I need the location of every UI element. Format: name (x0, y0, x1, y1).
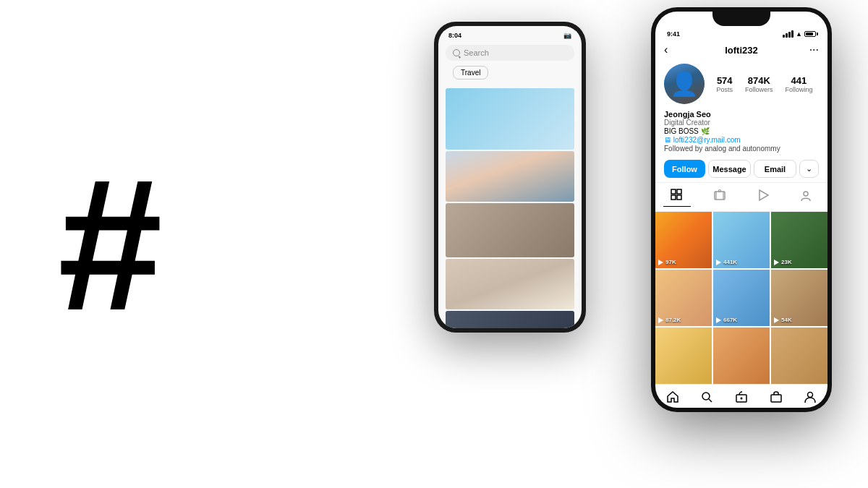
posts-count: 574 (716, 75, 733, 86)
tab-grid[interactable] (663, 187, 691, 207)
grid-overlay-2: 441K (716, 259, 737, 265)
nav-shop[interactable] (735, 390, 748, 406)
back-search-bar[interactable]: Search (446, 45, 574, 61)
followers-stat[interactable]: 874K Followers (745, 75, 773, 93)
tab-tagged[interactable] (792, 187, 820, 207)
nav-search[interactable] (700, 390, 713, 406)
more-button[interactable]: ⌄ (799, 160, 819, 178)
wifi-icon: ▲ (796, 30, 802, 38)
tagged-icon (799, 189, 812, 202)
tab-videos[interactable] (749, 187, 777, 207)
views-3: 23K (781, 259, 792, 265)
nav-home[interactable] (666, 390, 679, 406)
content-tabs (655, 182, 827, 212)
play-icon-1 (658, 260, 664, 265)
play-icon-2 (716, 260, 722, 265)
svg-point-9 (804, 192, 808, 196)
views-5: 667K (723, 317, 737, 323)
nav-bag[interactable] (770, 390, 783, 406)
play-icon-5 (716, 317, 722, 323)
grid-photo-7 (655, 328, 712, 384)
follow-button[interactable]: Follow (664, 160, 705, 178)
bio-email[interactable]: 🖥 lofti232@ry.mail.com (664, 136, 819, 144)
svg-rect-3 (677, 195, 681, 200)
grid-item-4[interactable]: 87.2K (655, 270, 712, 326)
svg-rect-0 (671, 189, 676, 194)
svg-marker-8 (760, 190, 768, 200)
bio-tagline: BIG BOSS 🌿 (664, 127, 819, 135)
back-time: 8:04 (448, 32, 461, 39)
grid-photo-9 (771, 328, 827, 384)
battery-icon (804, 31, 816, 37)
profile-header: ‹ lofti232 ··· (655, 40, 827, 59)
back-grid-item-5[interactable] (446, 311, 574, 328)
following-stat[interactable]: 441 Following (785, 75, 812, 93)
grid-overlay-5: 667K (716, 317, 737, 323)
travel-tag[interactable]: Travel (453, 66, 488, 80)
search-label: Search (464, 48, 489, 57)
grid-item-9[interactable] (771, 328, 827, 384)
nav-profile[interactable] (804, 390, 817, 406)
grid-item-1[interactable]: 97K (655, 212, 712, 268)
phone-front: 9:41 ▲ ‹ lofti232 (651, 7, 832, 412)
back-button[interactable]: ‹ (664, 43, 668, 56)
grid-item-7[interactable] (655, 328, 712, 384)
bio-section: Jeongja Seo Digital Creator BIG BOSS 🌿 🖥… (655, 108, 827, 157)
posts-label: Posts (716, 86, 733, 93)
back-grid-item-1[interactable] (446, 88, 574, 150)
svg-point-15 (808, 393, 813, 398)
svg-rect-1 (677, 189, 681, 194)
svg-line-11 (709, 399, 712, 402)
battery-fill (806, 33, 813, 35)
bio-name: Jeongja Seo (664, 110, 819, 119)
more-options-button[interactable]: ··· (809, 43, 819, 56)
phone-back-screen: 8:04 📷 Search Travel (438, 26, 582, 328)
grid-photo-8 (713, 328, 770, 384)
followers-count: 874K (745, 75, 773, 86)
posts-stat: 574 Posts (716, 75, 733, 93)
grid-overlay-4: 87.2K (658, 317, 681, 323)
grid-overlay-3: 23K (774, 259, 792, 265)
play-icon-3 (774, 260, 780, 265)
bar1 (783, 35, 785, 38)
play-icon (757, 189, 770, 202)
views-4: 87.2K (665, 317, 681, 323)
signal-bars (783, 30, 793, 38)
bar2 (786, 33, 788, 38)
email-button[interactable]: Email (754, 160, 796, 178)
phone-back: 8:04 📷 Search Travel (434, 22, 586, 333)
back-grid-item-2[interactable] (446, 151, 574, 202)
views-6: 54K (781, 317, 792, 323)
avatar[interactable] (664, 64, 705, 104)
phone-front-screen: 9:41 ▲ ‹ lofti232 (655, 12, 827, 408)
phones-container: 8:04 📷 Search Travel (427, 0, 846, 488)
grid-overlay-6: 54K (774, 317, 792, 323)
back-status-bar: 8:04 📷 (438, 26, 582, 42)
status-icons: ▲ (783, 30, 816, 38)
grid-overlay-1: 97K (658, 259, 676, 265)
back-grid-item-3[interactable] (446, 203, 574, 257)
grid-item-6[interactable]: 54K (771, 270, 827, 326)
svg-point-5 (719, 190, 721, 192)
message-button[interactable]: Message (708, 160, 751, 178)
play-icon-6 (774, 317, 780, 323)
grid-item-8[interactable] (713, 328, 770, 384)
bar4 (791, 30, 793, 38)
search-nav-icon (700, 390, 713, 403)
reels-icon (713, 189, 726, 202)
svg-point-10 (702, 393, 710, 400)
tab-reels[interactable] (706, 187, 733, 207)
svg-point-13 (740, 398, 742, 400)
followers-label: Followers (745, 86, 773, 93)
grid-item-3[interactable]: 23K (771, 212, 827, 268)
views-2: 441K (723, 259, 737, 265)
back-grid-item-4[interactable] (446, 259, 574, 309)
stats-row: 574 Posts 874K Followers 441 Following (655, 59, 827, 108)
hashtag-symbol: # (58, 150, 163, 338)
grid-item-5[interactable]: 667K (713, 270, 770, 326)
grid-item-2[interactable]: 441K (713, 212, 770, 268)
grid-icon (671, 189, 684, 202)
search-icon (453, 49, 460, 56)
notch (712, 12, 770, 26)
svg-rect-2 (671, 195, 676, 200)
